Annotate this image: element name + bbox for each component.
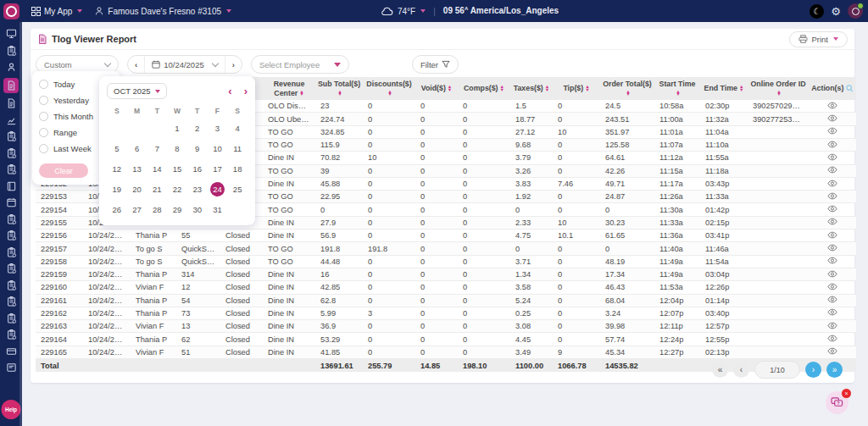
calendar-day[interactable]: 5 [107,141,127,156]
column-header-void[interactable]: Void($)▲▼ [415,77,458,100]
calendar-day[interactable]: 28 [147,202,167,217]
view-order-button[interactable] [827,114,837,122]
sidebar-item-report-doc[interactable] [3,97,19,109]
settings-button[interactable]: ⚙ [831,6,841,17]
view-order-button[interactable] [827,180,837,187]
sidebar-item-report-settings[interactable] [3,130,19,142]
column-header-revenue_center[interactable]: Revenue Center▲▼ [263,77,315,100]
calendar-day[interactable]: 22 [167,182,187,196]
column-header-online_order_id[interactable]: Online Order ID▲▼ [748,77,809,100]
chat-widget-button[interactable]: ? × [826,391,849,414]
sidebar-item-report-list[interactable] [3,147,19,159]
calendar-day[interactable]: 3 [208,121,228,136]
sidebar-item-payments-card[interactable] [3,346,19,357]
view-order-button[interactable] [827,218,837,225]
sidebar-item-settings-report[interactable] [3,263,19,274]
user-avatar[interactable] [848,3,863,19]
calendar-day[interactable]: 17 [208,162,228,176]
view-order-button[interactable] [827,296,837,303]
date-picker-input[interactable]: 10/24/2025 [144,56,225,73]
calendar-day[interactable]: 27 [127,202,147,217]
column-header-end_time[interactable]: End Time▲▼ [700,77,748,100]
calendar-day[interactable]: 11 [227,141,248,156]
print-button[interactable]: Print [789,31,848,47]
view-order-button[interactable] [827,231,837,239]
calendar-day[interactable]: 6 [127,141,147,156]
view-order-button[interactable] [827,270,837,278]
help-button[interactable]: Help [2,400,21,419]
filter-button[interactable]: Filter [412,55,459,74]
view-order-button[interactable] [827,283,837,290]
view-order-button[interactable] [827,192,837,200]
calendar-day[interactable]: 7 [147,141,167,156]
employee-select[interactable]: Select Employee [251,55,349,74]
view-order-button[interactable] [827,335,837,342]
calendar-day[interactable]: 12 [107,162,127,176]
prev-page-button[interactable]: ‹ [733,362,749,378]
column-header-actions[interactable]: Action(s) [809,77,856,100]
next-month-button[interactable]: › [244,86,248,97]
sidebar-item-time-report[interactable] [3,313,19,324]
view-order-button[interactable] [827,257,837,264]
sidebar-item-discount-report[interactable] [3,279,19,291]
column-header-sub_total[interactable]: Sub Total($)▲▼ [315,77,363,100]
next-page-button[interactable]: › [805,362,821,378]
calendar-day[interactable]: 10 [208,141,228,156]
sidebar-item-report-history[interactable] [3,163,19,175]
column-header-tip[interactable]: Tip($)▲▼ [553,77,600,100]
calendar-day[interactable]: 19 [107,182,127,196]
calendar-day[interactable]: 29 [167,202,187,217]
sidebar-item-tlog-report[interactable] [3,78,19,93]
next-day-button[interactable]: › [225,56,242,73]
store-selector[interactable]: Famous Dave's Fresno #3105 [94,6,231,16]
view-order-button[interactable] [827,127,837,135]
search-icon[interactable] [846,85,854,92]
sidebar-item-orders-clipboard[interactable] [3,45,19,57]
calendar-day[interactable]: 2 [187,121,208,136]
last-page-button[interactable]: » [826,362,843,378]
calendar-day[interactable]: 31 [208,202,228,217]
view-order-button[interactable] [827,244,837,252]
sidebar-item-report-config[interactable] [3,213,19,225]
sidebar-item-analytics-chart[interactable] [3,114,19,126]
view-order-button[interactable] [827,347,837,355]
prev-month-button[interactable]: ‹ [228,86,231,97]
calendar-day[interactable]: 8 [167,141,187,156]
sidebar-item-customers[interactable] [3,61,19,73]
view-order-button[interactable] [827,205,837,213]
calendar-day[interactable]: 26 [107,202,127,217]
calendar-day[interactable]: 20 [127,182,147,196]
calendar-day-selected[interactable]: 24 [210,182,225,196]
app-switcher[interactable]: My App [31,7,82,16]
calendar-day[interactable]: 16 [187,162,208,176]
view-order-button[interactable] [827,308,837,316]
calendar-day[interactable]: 13 [127,162,147,176]
calendar-day[interactable]: 18 [227,162,248,176]
calendar-day[interactable]: 21 [147,182,167,196]
calendar-day[interactable]: 9 [187,141,208,156]
column-header-taxes[interactable]: Taxes($)▲▼ [510,77,553,100]
prev-day-button[interactable]: ‹ [128,56,144,73]
sidebar-item-sales-report[interactable] [3,296,19,307]
sidebar-item-inventory-report[interactable] [3,230,19,241]
weather-selector[interactable]: 74°F [398,7,426,16]
view-order-button[interactable] [827,102,837,109]
calendar-day[interactable]: 30 [187,202,208,217]
view-order-button[interactable] [827,153,837,161]
view-order-button[interactable] [827,322,837,329]
calendar-day[interactable]: 1 [167,121,187,136]
calendar-day[interactable]: 4 [227,121,248,136]
sidebar-item-schedule-calendar[interactable] [3,196,19,208]
calendar-day[interactable]: 25 [227,182,248,196]
calendar-day[interactable]: 15 [167,162,187,176]
column-header-order_total[interactable]: Order Total($)▲▼ [600,77,654,100]
calendar-day[interactable]: 14 [147,162,167,176]
view-order-button[interactable] [827,166,837,174]
theme-toggle[interactable]: ☾ [810,4,824,19]
sidebar-item-kiosk[interactable] [3,362,19,373]
column-header-comps[interactable]: Comps($)▲▼ [458,77,510,100]
column-header-discounts[interactable]: Discounts($)▲▼ [363,77,415,100]
view-order-button[interactable] [827,141,837,148]
app-logo-icon[interactable] [3,3,19,19]
column-header-start_time[interactable]: Start Time▲▼ [654,77,700,100]
